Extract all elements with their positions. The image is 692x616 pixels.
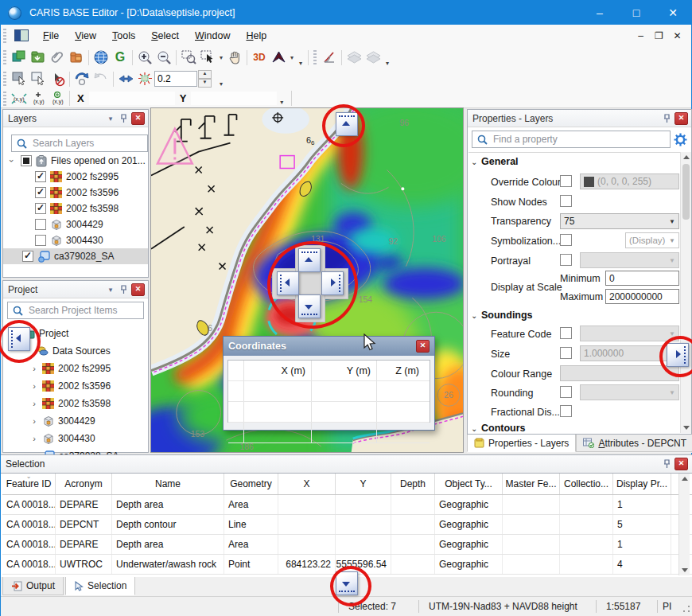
column-header[interactable]: Object Ty...: [435, 474, 503, 494]
mdi-minimize-button[interactable]: –: [632, 30, 650, 41]
3d-view-icon[interactable]: 3D: [250, 49, 269, 66]
spin-up-icon[interactable]: ▲: [198, 70, 212, 79]
checkbox-checked[interactable]: [35, 187, 46, 198]
dock-top-button[interactable]: [336, 112, 358, 136]
minimum-scale-input[interactable]: 0: [605, 271, 679, 286]
overflow-icon[interactable]: ▾: [296, 60, 305, 68]
column-header[interactable]: Geometry: [224, 474, 278, 494]
tolerance-input[interactable]: [154, 71, 197, 87]
toolbar-grip[interactable]: [3, 72, 6, 86]
tree-item[interactable]: 2002 fs2995: [3, 169, 148, 185]
flash-selection-icon[interactable]: [135, 70, 154, 88]
copy-folder-icon[interactable]: [67, 49, 86, 66]
menu-view[interactable]: View: [67, 27, 104, 45]
tree-item-selected[interactable]: ca379028_SA: [3, 248, 148, 264]
panel-menu-icon[interactable]: ▾: [104, 283, 117, 295]
column-header[interactable]: Master Fe...: [503, 474, 560, 494]
tab-attributes-depcnt[interactable]: Attributes - DEPCNT: [576, 435, 692, 452]
scroll-down-icon[interactable]: [679, 565, 690, 575]
checkbox-checked[interactable]: [35, 171, 46, 182]
tree-item[interactable]: › 2002 fs2995: [3, 361, 148, 376]
menu-file[interactable]: File: [35, 27, 67, 45]
column-header[interactable]: Collectio...: [560, 474, 613, 494]
tree-item[interactable]: › 2002 fs3596: [3, 378, 148, 394]
xy-add-icon[interactable]: (x,y): [29, 90, 48, 107]
overflow-icon[interactable]: ▾: [216, 80, 226, 89]
close-button[interactable]: ✕: [655, 1, 691, 25]
symbolization-dropdown[interactable]: (Display)▼: [625, 232, 679, 248]
select-by-outline-icon[interactable]: [29, 70, 48, 88]
chevron-expanded-icon[interactable]: ⌄: [471, 158, 477, 166]
zoom-out-icon[interactable]: [154, 49, 173, 66]
column-header[interactable]: Y: [336, 474, 391, 494]
xy-move-icon[interactable]: (x,y): [10, 90, 29, 107]
tree-item[interactable]: › 2002 fs3598: [3, 396, 148, 411]
chevron-collapsed-icon[interactable]: ›: [30, 381, 38, 391]
crs-label[interactable]: UTM-19N-Nad83 + NAVD88 height: [419, 601, 596, 612]
properties-scrollbar[interactable]: [680, 152, 691, 433]
scrollbar-thumb[interactable]: [682, 164, 690, 220]
coordinates-window[interactable]: Coordinates ✕ X (m) Y (m) Z (m): [223, 336, 435, 431]
toolbar-grip[interactable]: [3, 29, 6, 43]
tree-item[interactable]: › 3004429: [3, 413, 148, 429]
spin-down-icon[interactable]: ▼: [198, 79, 212, 88]
maximize-button[interactable]: □: [618, 1, 655, 25]
zoom-area-icon[interactable]: [179, 49, 198, 66]
chevron-collapsed-icon[interactable]: ›: [30, 434, 38, 443]
symbolization-checkbox[interactable]: [560, 234, 572, 246]
pin-icon[interactable]: [660, 112, 673, 124]
resize-grip[interactable]: [682, 604, 691, 614]
menu-select[interactable]: Select: [143, 27, 187, 45]
chevron-down-icon[interactable]: ▾: [217, 54, 225, 61]
select-by-rect-icon[interactable]: [10, 70, 29, 88]
layers-search[interactable]: [11, 135, 148, 152]
panel-menu-icon[interactable]: ▾: [104, 112, 117, 124]
mdi-close-button[interactable]: ✕: [668, 30, 686, 41]
project-search[interactable]: [7, 302, 144, 319]
portrayal-checkbox[interactable]: [560, 254, 572, 266]
coordinates-close-icon[interactable]: ✕: [416, 340, 430, 353]
pin-icon[interactable]: [660, 458, 673, 470]
layers-disabled-icon[interactable]: [363, 49, 383, 66]
dock-left-button[interactable]: [8, 327, 30, 351]
overflow-icon[interactable]: ▾: [383, 60, 392, 68]
chevron-expanded-icon[interactable]: ⌄: [471, 424, 477, 433]
scroll-up-icon[interactable]: [681, 152, 691, 162]
table-row[interactable]: CA 00018... DEPCNT Depth contour Line Ge…: [2, 515, 692, 535]
tree-item-root[interactable]: › Files opened on 201...: [3, 153, 148, 169]
gear-icon[interactable]: [674, 133, 687, 146]
y-coordinate-field[interactable]: [191, 92, 277, 105]
toolbar-grip[interactable]: [313, 50, 317, 64]
tab-properties-layers[interactable]: Properties - Layers: [467, 435, 576, 452]
dock-right-button[interactable]: [667, 343, 689, 367]
panel-close-icon[interactable]: ✕: [131, 112, 145, 125]
checkbox-checked[interactable]: [22, 251, 33, 262]
tolerance-stepper[interactable]: ▲▼: [198, 70, 212, 88]
menu-window[interactable]: Window: [187, 27, 238, 45]
tree-item[interactable]: 2002 fs3598: [3, 201, 148, 216]
chevron-expanded-icon[interactable]: ⌄: [471, 311, 477, 320]
property-search-input[interactable]: [492, 133, 670, 146]
tree-item[interactable]: › 3004430: [3, 431, 148, 446]
size-checkbox[interactable]: [560, 347, 572, 359]
deselect-icon[interactable]: [48, 70, 67, 88]
overflow-icon[interactable]: ▾: [277, 99, 286, 107]
column-header[interactable]: ⌄Feature ID: [2, 474, 56, 494]
column-header[interactable]: Acronym: [56, 474, 112, 494]
dock-pad-right-button[interactable]: [321, 271, 344, 295]
google-earth-icon[interactable]: G: [111, 49, 130, 66]
tab-output[interactable]: Output: [2, 577, 64, 595]
xy-snap-icon[interactable]: (x,y): [48, 90, 67, 107]
pin-icon[interactable]: [117, 283, 130, 295]
feature-code-checkbox[interactable]: [560, 327, 572, 339]
fit-width-icon[interactable]: [116, 70, 135, 88]
override-colour-checkbox[interactable]: [560, 175, 572, 187]
table-row[interactable]: CA 00018... DEPARE Depth area Area Geogr…: [2, 495, 692, 515]
chevron-collapsed-icon[interactable]: ›: [30, 399, 38, 408]
transparency-dropdown[interactable]: 75▼: [560, 213, 679, 229]
chevron-collapsed-icon[interactable]: ›: [30, 416, 38, 426]
column-header[interactable]: Display Pr...: [613, 474, 671, 494]
chevron-down-icon[interactable]: ▾: [288, 54, 296, 61]
maximum-scale-input[interactable]: 2000000000: [605, 289, 679, 304]
column-header[interactable]: X: [278, 474, 336, 494]
